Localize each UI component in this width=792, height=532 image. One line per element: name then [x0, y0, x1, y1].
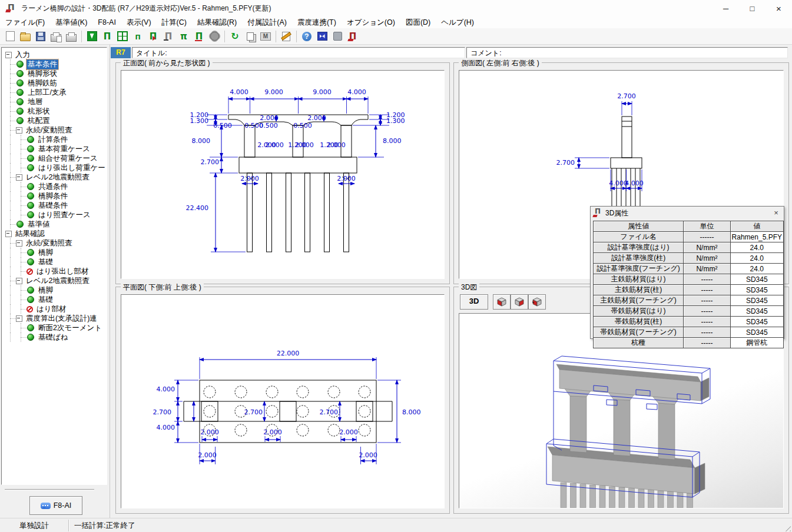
menu-item-6[interactable]: 結果確認(R) — [192, 16, 242, 29]
tree-item[interactable]: 地層 — [2, 97, 107, 107]
pier-section-button[interactable] — [130, 29, 145, 44]
tree-guide — [5, 285, 16, 295]
tree-expander-icon[interactable] — [16, 240, 22, 247]
tree-item[interactable]: 杭形状 — [2, 107, 107, 116]
tree-item[interactable]: 断面2次モーメント — [2, 323, 107, 332]
tree-item[interactable]: はり照査ケース — [2, 210, 107, 220]
menu-item-5[interactable]: 計算(C) — [157, 16, 192, 29]
tree-item[interactable]: 計算条件 — [2, 135, 107, 144]
r7-tab[interactable]: R7 — [111, 47, 131, 58]
tree-guide — [16, 332, 26, 342]
recalculate-button[interactable] — [227, 29, 243, 44]
frame-check-button[interactable] — [176, 29, 191, 44]
tree-item[interactable]: 震度算出(支承設計)連 — [2, 314, 107, 323]
tree-item[interactable]: 基礎ばね — [2, 332, 107, 342]
maximize-button[interactable]: □ — [739, 0, 766, 16]
tree-item[interactable]: 基準値 — [2, 220, 107, 229]
tree-item[interactable]: レベル2地震動照査 — [2, 276, 107, 285]
tree-item-label: 永続/変動照査 — [25, 238, 73, 248]
tree-item[interactable]: 基礎 — [2, 295, 107, 304]
pier-load-button[interactable] — [145, 29, 161, 44]
tree-item-label: 杭形状 — [26, 107, 51, 117]
tree-item[interactable]: 基礎条件 — [2, 201, 107, 210]
open-file-button[interactable] — [18, 29, 33, 44]
menu-item-4[interactable]: 表示(V) — [121, 16, 157, 29]
tree-expander-icon[interactable] — [5, 52, 12, 58]
resize-grip[interactable] — [783, 523, 791, 531]
minimize-button[interactable]: ─ — [713, 0, 739, 16]
menu-item-9[interactable]: オプション(O) — [342, 16, 400, 29]
attributes-close-button[interactable]: × — [771, 208, 781, 218]
tree-item[interactable]: レベル2地震動照査 — [2, 172, 107, 182]
copy-button[interactable] — [243, 29, 258, 44]
menu-item-8[interactable]: 震度連携(T) — [292, 16, 342, 29]
f8-output-button[interactable] — [84, 29, 100, 44]
data-save-icon — [333, 32, 342, 41]
data-save-button[interactable] — [330, 29, 345, 44]
attr-row: 主鉄筋材質(はり)-----SD345 — [594, 274, 784, 285]
dimension-label: 4.000 — [347, 88, 366, 96]
tree-item[interactable]: 基本荷重ケース — [2, 144, 107, 154]
title-field[interactable]: タイトル: — [132, 47, 465, 58]
view-cube-rotate-button[interactable] — [528, 294, 546, 310]
tree-item[interactable]: 入力 — [2, 50, 107, 59]
menu-item-1[interactable]: ファイル(F) — [0, 16, 50, 29]
tree-item[interactable]: 永続/変動照査 — [2, 238, 107, 248]
pier-shape-button[interactable] — [100, 29, 115, 44]
tree-item[interactable]: はり張出し部材 — [2, 267, 107, 276]
close-button[interactable]: × — [766, 0, 792, 16]
tools-gear-button[interactable] — [207, 29, 222, 44]
tree-item[interactable]: 橋脚鉄筋 — [2, 78, 107, 88]
menu-item-11[interactable]: ヘルプ(H) — [436, 16, 479, 29]
tree-item[interactable]: 上部工/支承 — [2, 88, 107, 97]
tree-guide — [16, 201, 26, 210]
tree-item[interactable]: 橋脚 — [2, 248, 107, 257]
tree-item[interactable]: はり部材 — [2, 304, 107, 314]
menu-item-10[interactable]: 図面(D) — [400, 16, 436, 29]
tree-item[interactable]: 組合せ荷重ケース — [2, 154, 107, 163]
view-cube-front-button[interactable] — [493, 294, 511, 310]
help-button[interactable] — [299, 29, 314, 44]
tree-expander-icon[interactable] — [16, 315, 22, 322]
frame-result-button[interactable] — [191, 29, 207, 44]
green-sphere-icon — [16, 221, 24, 228]
f8-ai-button[interactable]: F8-AI — [29, 496, 82, 515]
tree-item[interactable]: 基本条件 — [2, 59, 107, 69]
tree-item[interactable]: 橋脚 — [2, 285, 107, 295]
manual-button[interactable] — [314, 29, 330, 44]
tree-item[interactable]: 橋脚条件 — [2, 191, 107, 201]
drawing-edit-button[interactable] — [279, 29, 294, 44]
tree-item[interactable]: 永続/変動照査 — [2, 125, 107, 135]
tree-expander-icon[interactable] — [16, 174, 22, 181]
tree-expander-icon[interactable] — [16, 278, 22, 284]
pile-3d — [687, 493, 693, 508]
tree-item[interactable]: 基礎 — [2, 257, 107, 267]
pier-3d-button[interactable] — [345, 29, 360, 44]
tree-expander-icon[interactable] — [16, 127, 22, 134]
threed-mode-button[interactable]: 3D — [460, 294, 488, 310]
tree-item[interactable]: 橋脚形状 — [2, 69, 107, 78]
report-button[interactable] — [258, 29, 273, 44]
tree-item[interactable]: 結果確認 — [2, 229, 107, 238]
attributes-window-titlebar[interactable]: 3D属性 × — [591, 207, 784, 220]
tree-guide — [5, 220, 16, 229]
app-icon — [6, 4, 16, 13]
tree-item[interactable]: 杭配置 — [2, 116, 107, 125]
tree-item[interactable]: 共通条件 — [2, 182, 107, 191]
save-button[interactable] — [33, 29, 48, 44]
rebar-cage-button[interactable] — [115, 29, 130, 44]
print-button[interactable] — [64, 29, 79, 44]
view-cube-side-button[interactable] — [511, 294, 528, 310]
print-preview-button[interactable] — [48, 29, 64, 44]
title-bar[interactable]: ラーメン橋脚の設計・3D配筋 (R7／H29道示対応)Ver.5 - Rahme… — [0, 0, 792, 17]
attr-cell: ----- — [684, 285, 730, 295]
pier-flip-button[interactable] — [161, 29, 176, 44]
menu-item-2[interactable]: 基準値(K) — [50, 16, 92, 29]
menu-item-3[interactable]: F8-AI — [92, 17, 121, 28]
comment-field[interactable]: コメント: — [466, 47, 788, 58]
new-file-button[interactable] — [2, 29, 18, 44]
tree-item[interactable]: はり張出し荷重ケー — [2, 163, 107, 172]
menu-item-7[interactable]: 付属設計(A) — [242, 16, 292, 29]
attributes-window[interactable]: 3D属性 × 属性値単位値ファイル名------Rahmen_5.PFY設計基準… — [590, 206, 784, 339]
tree-expander-icon[interactable] — [5, 231, 12, 237]
